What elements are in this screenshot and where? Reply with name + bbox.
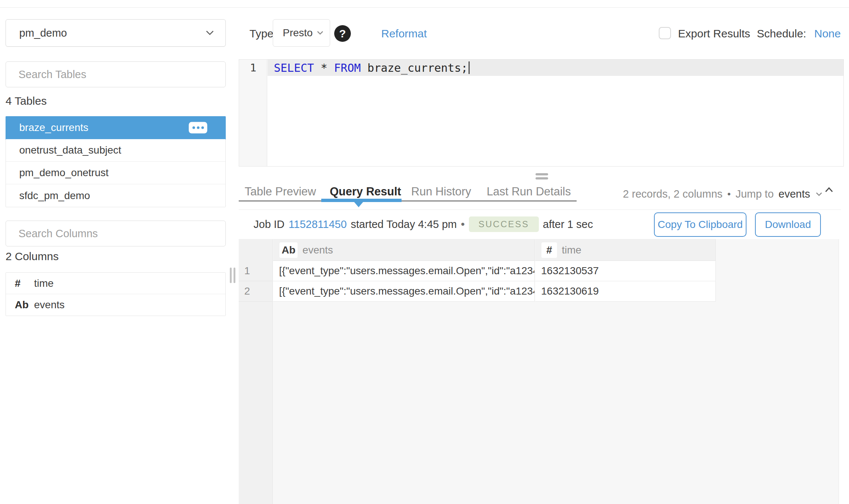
chevron-down-icon <box>316 30 324 36</box>
table-list-item-pm-demo-onetrust[interactable]: pm_demo_onetrust <box>6 162 225 184</box>
active-tab-indicator <box>321 199 402 202</box>
table-list-item-onetrust-data-subject[interactable]: onetrust_data_subject <box>6 139 225 162</box>
schedule-none-link[interactable]: None <box>814 27 841 40</box>
sql-keyword: SELECT <box>274 61 314 74</box>
cell-time-row1[interactable]: 1632130537 <box>535 261 716 281</box>
copy-to-clipboard-button[interactable]: Copy To Clipboard <box>654 212 746 237</box>
top-divider <box>0 7 849 8</box>
download-button[interactable]: Download <box>755 212 821 237</box>
sql-line-1[interactable]: SELECT * FROM braze_currents; <box>268 60 843 76</box>
table-list: braze_currents onetrust_data_subject pm_… <box>6 116 226 207</box>
jump-to-label: Jump to <box>735 188 774 200</box>
editor-line-number: 1 <box>239 60 267 76</box>
numeric-type-icon: # <box>15 278 34 289</box>
database-select-value: pm_demo <box>19 27 205 39</box>
job-duration-text: after 1 sec <box>543 218 593 231</box>
table-options-ellipsis-button[interactable] <box>189 122 207 134</box>
jump-to-column-select[interactable]: Jump to events <box>735 188 823 200</box>
pane-splitter-handle[interactable] <box>536 173 548 179</box>
column-name: time <box>34 278 54 289</box>
tab-last-run-details[interactable]: Last Run Details <box>487 185 571 199</box>
cell-events-row2[interactable]: [{"event_type":"users.messages.email.Ope… <box>273 281 535 302</box>
sql-editor-app: pm_demo 4 Tables braze_currents onetrust… <box>0 0 849 504</box>
collapse-pane-chevron-up-icon[interactable] <box>824 185 834 195</box>
cell-events-row1[interactable]: [{"event_type":"users.messages.email.Ope… <box>273 261 535 281</box>
table-list-item-sfdc-pm-demo[interactable]: sfdc_pm_demo <box>6 184 225 207</box>
reformat-link[interactable]: Reformat <box>381 27 427 40</box>
query-type-select[interactable]: Presto <box>273 19 330 47</box>
tab-table-preview[interactable]: Table Preview <box>245 185 316 199</box>
job-status-bar: Job ID 1152811450 started Today 4:45 pm … <box>254 210 593 239</box>
job-id-label: Job ID <box>254 218 285 231</box>
sql-editor[interactable]: 1 SELECT * FROM braze_currents; <box>239 59 844 167</box>
jump-to-value: events <box>779 188 810 200</box>
sql-identifier: braze_currents; <box>361 61 468 74</box>
table-list-item-braze-currents[interactable]: braze_currents <box>6 116 226 140</box>
table-name: onetrust_data_subject <box>19 144 121 156</box>
column-header-label: time <box>562 244 581 256</box>
meta-bullet: • <box>727 188 731 200</box>
search-columns-input[interactable] <box>6 221 226 246</box>
tab-run-history[interactable]: Run History <box>411 185 471 199</box>
column-header-label: events <box>302 244 333 256</box>
tabs-underline <box>239 200 577 202</box>
column-list: # time Ab events <box>6 272 226 316</box>
column-header-events[interactable]: Ab events <box>273 239 535 261</box>
column-list-item-time[interactable]: # time <box>6 273 225 294</box>
column-list-item-events[interactable]: Ab events <box>6 294 225 316</box>
sidebar-resize-handle[interactable] <box>230 268 236 283</box>
text-type-icon: Ab <box>15 299 34 311</box>
tab-query-result[interactable]: Query Result <box>330 185 401 199</box>
tables-count-label: 4 Tables <box>6 95 47 107</box>
table-name: sfdc_pm_demo <box>19 190 90 202</box>
column-header-time[interactable]: # time <box>535 239 716 261</box>
cell-time-row2[interactable]: 1632130619 <box>535 281 716 302</box>
records-summary: 2 records, 2 columns <box>623 188 722 200</box>
job-status-dot: • <box>461 218 465 231</box>
sql-operator: * <box>314 61 334 74</box>
export-results-checkbox[interactable] <box>659 27 671 39</box>
job-id-link[interactable]: 1152811450 <box>289 218 347 231</box>
column-name: events <box>34 299 65 311</box>
query-type-value: Presto <box>283 27 313 39</box>
question-mark: ? <box>339 27 346 40</box>
text-cursor <box>469 61 470 74</box>
active-tab-pointer <box>354 202 363 207</box>
export-results-label: Export Results <box>678 27 750 40</box>
search-tables-input[interactable] <box>6 61 226 87</box>
job-started-text: started Today 4:45 pm <box>351 218 457 231</box>
chevron-down-icon <box>205 30 214 36</box>
table-name: braze_currents <box>19 122 88 134</box>
table-name: pm_demo_onetrust <box>19 167 108 179</box>
chevron-down-icon <box>815 191 823 197</box>
row-number: 1 <box>239 261 273 281</box>
sql-keyword: FROM <box>334 61 361 74</box>
schedule-label: Schedule: <box>757 27 806 40</box>
row-number: 2 <box>239 281 273 302</box>
results-meta: 2 records, 2 columns • Jump to events <box>623 187 823 201</box>
status-badge: SUCCESS <box>469 216 539 232</box>
database-select[interactable]: pm_demo <box>6 19 226 47</box>
query-results-grid: Ab events # time 1 [{"event_type":"users… <box>239 239 839 504</box>
text-type-icon: Ab <box>279 242 298 258</box>
columns-count-label: 2 Columns <box>6 250 58 263</box>
help-icon[interactable]: ? <box>334 25 351 42</box>
numeric-type-icon: # <box>541 242 557 258</box>
